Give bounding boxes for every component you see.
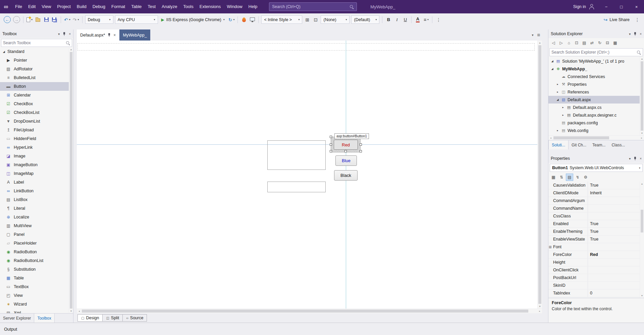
menu-debug[interactable]: Debug — [90, 0, 108, 13]
toolbox-item-radiobutton[interactable]: ◉RadioButton — [0, 248, 69, 256]
chevron-expanded-icon[interactable]: ◢ — [550, 67, 554, 70]
attach-stylesheet-button[interactable]: ⊡ — [312, 15, 320, 24]
property-value[interactable] — [588, 259, 640, 266]
solution-horizontal-scrollbar[interactable]: ◂ ▸ — [548, 135, 644, 140]
panel-tab-toolbox[interactable]: Toolbox — [34, 314, 54, 323]
maximize-button[interactable]: □ — [614, 0, 629, 13]
panel-tab-git-ch[interactable]: Git Ch... — [569, 140, 589, 149]
panel-tab-server-explorer[interactable]: Server Explorer — [0, 314, 34, 323]
tree-item-mywebapp[interactable]: ◢⊕MyWebApp_ — [548, 65, 640, 73]
toolbox-item-dropdownlist[interactable]: ▼DropDownList — [0, 117, 69, 126]
bold-button[interactable]: B — [384, 15, 392, 24]
design-surface[interactable]: asp:button#Button1 RedBlueBlack — [77, 41, 537, 309]
pin-icon[interactable] — [633, 32, 637, 36]
menu-format[interactable]: Format — [108, 0, 128, 13]
selection-handle-sw[interactable] — [330, 150, 332, 152]
alignment-button[interactable]: ≡▾ — [422, 15, 430, 24]
scrollbar-thumb[interactable] — [641, 210, 643, 232]
menu-test[interactable]: Test — [145, 0, 159, 13]
scroll-up-icon[interactable]: ▲ — [640, 182, 644, 186]
property-value[interactable] — [588, 205, 640, 212]
scrollbar-thumb[interactable] — [538, 45, 541, 304]
property-value[interactable] — [588, 274, 640, 281]
pending-changes-filter-icon[interactable]: ▤ — [581, 39, 588, 47]
close-tab-icon[interactable]: × — [113, 33, 116, 38]
scroll-right-icon[interactable]: ▸ — [639, 136, 644, 140]
close-window-button[interactable]: × — [629, 0, 644, 13]
scrollbar-thumb[interactable] — [70, 52, 72, 309]
toolbox-item-placeholder[interactable]: ▱PlaceHolder — [0, 239, 69, 248]
menu-tools[interactable]: Tools — [180, 0, 196, 13]
toolbox-search-box[interactable] — [1, 39, 72, 47]
document-tab-default-aspx[interactable]: Default.aspx*× — [77, 29, 119, 41]
scrollbar-thumb[interactable] — [641, 61, 643, 131]
tree-item-references[interactable]: ▸◫References — [548, 88, 640, 96]
window-layout-icon[interactable]: ⊞ — [537, 33, 540, 37]
property-value[interactable]: 0 — [588, 289, 640, 297]
property-row-height[interactable]: Height — [548, 259, 640, 266]
property-value[interactable]: Inherit — [588, 189, 640, 197]
toolbox-item-table[interactable]: ▦Table — [0, 274, 69, 282]
pin-icon[interactable] — [107, 33, 111, 37]
scope-to-this-icon[interactable]: ⊡ — [573, 39, 580, 47]
property-row-enabled[interactable]: EnabledTrue — [548, 220, 640, 228]
toolbox-item-linkbutton[interactable]: ∞LinkButton — [0, 187, 69, 195]
chevron-expanded-icon[interactable]: ◢ — [550, 60, 554, 63]
tree-item-solution-mywebapp-1-of-1-pro[interactable]: ◢▤Solution 'MyWebApp_' (1 of 1 pro — [548, 57, 640, 65]
minimize-button[interactable]: − — [599, 0, 614, 13]
menu-help[interactable]: Help — [246, 0, 261, 13]
property-row-cssclass[interactable]: CssClass — [548, 212, 640, 220]
expand-icon[interactable]: ⊞ — [549, 245, 551, 249]
property-row-tabindex[interactable]: TabIndex0 — [548, 289, 640, 297]
toolbox-item-button[interactable]: ▬Button — [0, 82, 69, 91]
panel-tab-class[interactable]: Class... — [608, 140, 628, 149]
back-icon[interactable]: ◁ — [550, 39, 557, 47]
feedback-button[interactable]: ⋮ — [633, 15, 641, 24]
format-block-combo[interactable]: (Default)▾ — [351, 15, 379, 24]
scroll-left-icon[interactable]: ◂ — [77, 309, 82, 313]
new-style-button[interactable]: ⊞ — [303, 15, 311, 24]
window-position-icon[interactable]: ▾ — [629, 157, 631, 160]
design-button-blue[interactable]: Blue — [335, 155, 357, 166]
close-icon[interactable]: × — [640, 32, 642, 36]
property-row-enableviewstate[interactable]: EnableViewStateTrue — [548, 236, 640, 243]
sign-in-button[interactable]: Sign in — [569, 4, 599, 9]
chevron-collapsed-icon[interactable]: ▸ — [556, 90, 559, 93]
selection-handle-e[interactable] — [360, 143, 362, 146]
refresh-button[interactable]: ↻▾ — [227, 15, 236, 24]
toolbox-item-localize[interactable]: ⊕Localize — [0, 213, 69, 221]
solution-configuration-combo[interactable]: Debug▾ — [85, 15, 113, 24]
toolbox-item-checkbox[interactable]: ☑CheckBox — [0, 99, 69, 108]
menu-window[interactable]: Window — [224, 0, 245, 13]
editor-horizontal-scrollbar[interactable]: ◂ ▸ — [77, 309, 542, 313]
collapse-all-icon[interactable]: ⊟ — [604, 39, 611, 47]
div-element-outline[interactable] — [267, 140, 326, 170]
forward-icon[interactable]: ▷ — [557, 39, 565, 47]
property-value[interactable] — [588, 212, 640, 220]
property-value[interactable] — [588, 282, 640, 289]
save-all-button[interactable] — [51, 15, 59, 24]
property-row-forecolor[interactable]: ForeColorRed — [548, 251, 640, 259]
show-all-files-icon[interactable]: ▦ — [611, 39, 619, 47]
categorized-icon[interactable]: ▦ — [550, 174, 557, 181]
refresh-icon[interactable]: ↻ — [596, 39, 603, 47]
property-value[interactable] — [588, 243, 640, 251]
inline-style-combo[interactable]: < Inline Style >▾ — [261, 15, 302, 24]
italic-button[interactable]: I — [393, 15, 401, 24]
design-button-red[interactable]: Red — [334, 140, 358, 150]
navigate-back-button[interactable]: ← — [3, 15, 12, 24]
toolbox-item-wizard[interactable]: ∗Wizard — [0, 300, 69, 309]
property-row-skinid[interactable]: SkinID — [548, 282, 640, 289]
toolbox-item-textbox[interactable]: ▭TextBox — [0, 282, 69, 291]
toolbox-item-fileupload[interactable]: ↥FileUpload — [0, 126, 69, 134]
panel-tab-team[interactable]: Team... — [589, 140, 608, 149]
properties-view-icon[interactable]: ▤ — [566, 174, 573, 181]
browser-preview-button[interactable] — [248, 15, 256, 24]
property-row-font[interactable]: ⊞Font — [548, 243, 640, 251]
property-row-causesvalidation[interactable]: CausesValidationTrue — [548, 182, 640, 189]
toolbar-overflow-button[interactable]: ⋮ — [434, 15, 442, 24]
toolbox-item-label[interactable]: ALabel — [0, 178, 69, 187]
textbox-element-outline[interactable] — [267, 182, 326, 192]
solution-platform-combo[interactable]: Any CPU▾ — [115, 15, 158, 24]
redo-button[interactable]: ↷▾ — [72, 15, 80, 24]
